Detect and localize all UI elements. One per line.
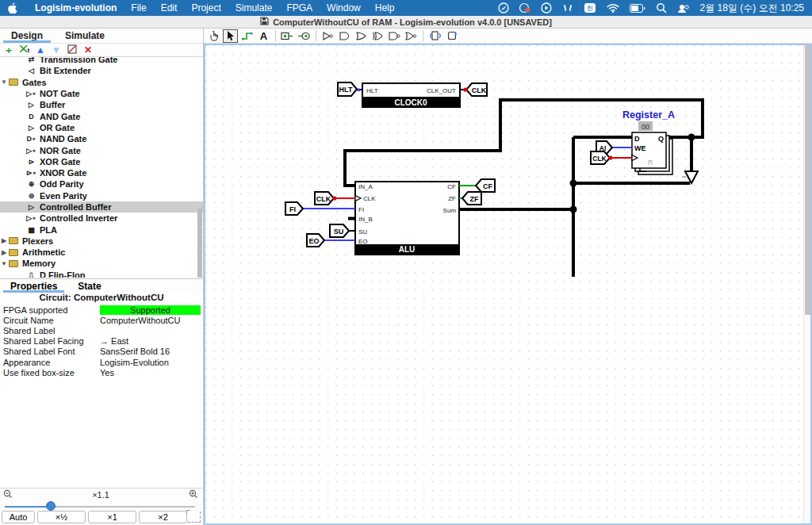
edit-select-tool-icon[interactable] [223, 29, 238, 43]
tree-item-bit-extender[interactable]: ◁Bit Extender [0, 65, 203, 76]
zoom-in-icon[interactable] [189, 488, 198, 502]
add-circuit-icon[interactable]: ＋ [3, 44, 14, 56]
edit-appearance-icon[interactable] [444, 29, 459, 43]
property-value[interactable]: → East [100, 336, 201, 346]
pin-cf[interactable]: CF [476, 179, 495, 192]
poke-tool-icon[interactable] [206, 29, 221, 43]
zoom-preset-x2[interactable]: ×2 [139, 511, 187, 523]
wiring-tool-icon[interactable] [239, 29, 255, 43]
property-row[interactable]: Shared Label Facing→ East [0, 336, 203, 347]
zoom-preset-Auto[interactable]: Auto [2, 511, 35, 523]
tree-item-plexers[interactable]: ▶Plexers [0, 236, 203, 247]
airpods-icon[interactable] [562, 2, 573, 13]
tree-item-transmission-gate[interactable]: ⇄Transmission Gate [0, 56, 203, 65]
move-up-icon[interactable]: ▲ [35, 44, 46, 56]
menu-fpga[interactable]: FPGA [279, 2, 320, 13]
property-value[interactable]: Yes [100, 368, 201, 377]
property-value[interactable]: ComputerWithoutCU [100, 316, 201, 325]
korean-input-icon[interactable]: 한 [584, 2, 596, 13]
property-value[interactable]: SansSerif Bold 16 [100, 347, 201, 356]
zoom-preset-x½[interactable]: ×½ [37, 511, 86, 523]
property-row[interactable]: AppearanceLogisim-Evolution [0, 357, 203, 367]
panel-resize-handle[interactable] [188, 512, 201, 523]
zoom-slider[interactable] [5, 505, 195, 508]
tree-item-and-gate[interactable]: DAND Gate [0, 110, 203, 121]
tree-expander-icon[interactable]: ▼ [0, 79, 8, 86]
tree-item-xnor-gate[interactable]: ⊳∘XNOR Gate [0, 167, 203, 178]
menu-project[interactable]: Project [184, 2, 228, 13]
window-title-bar[interactable]: ComputerWithoutCU of RAM - Logisim-evolu… [0, 16, 812, 29]
property-row[interactable]: Shared Label FontSansSerif Bold 16 [0, 347, 203, 357]
add-vhdl-icon[interactable]: ⨉t [19, 44, 30, 56]
property-value[interactable]: Logisim-Evolution [100, 358, 201, 367]
tab-simulate[interactable]: Simulate [54, 29, 116, 43]
menu-simulate[interactable]: Simulate [228, 2, 280, 13]
tree-item-memory[interactable]: ▼Memory [0, 258, 203, 269]
menu-bar-clock[interactable]: 2월 18일 (수) 오전 10:25 [700, 2, 804, 15]
delete-icon[interactable]: ✕ [82, 44, 94, 56]
rename-icon[interactable] [67, 44, 78, 56]
menu-window[interactable]: Window [320, 2, 368, 13]
tree-item-pla[interactable]: ▦PLA [0, 224, 203, 235]
battery-icon[interactable] [630, 4, 645, 13]
text-tool-icon[interactable]: A [256, 29, 271, 43]
register-label[interactable]: Register_A [622, 109, 675, 121]
edit-layout-icon[interactable] [427, 29, 442, 43]
property-row[interactable]: Use fixed box-sizeYes [0, 367, 203, 377]
tree-item-nor-gate[interactable]: ▷∘NOR Gate [0, 144, 203, 155]
canvas-scrollbar-thumb[interactable] [805, 45, 810, 315]
property-value[interactable]: Supported [100, 305, 201, 315]
tree-item-odd-parity[interactable]: ⊕Odd Parity [0, 178, 203, 190]
pin-output-tool-icon[interactable] [297, 29, 312, 43]
tree-item-even-parity[interactable]: ⊜Even Parity [0, 190, 203, 201]
pin-zf[interactable]: ZF [462, 192, 481, 205]
pin-input-tool-icon[interactable] [280, 29, 295, 43]
search-icon[interactable] [656, 2, 667, 13]
canvas-vertical-scrollbar[interactable] [803, 45, 810, 523]
circuit-canvas[interactable]: HLT CLK_OUT CLOCK0 HLT CLK ALU IN_A CLK … [204, 44, 812, 525]
tree-expander-icon[interactable]: ▶ [0, 249, 8, 256]
nor-gate-tool-icon[interactable] [404, 29, 419, 43]
menu-help[interactable]: Help [368, 2, 402, 13]
tab-properties[interactable]: Properties [0, 279, 67, 293]
recorder-badge-icon[interactable] [519, 2, 530, 13]
tree-item-not-gate[interactable]: ▷∘NOT Gate [0, 88, 203, 99]
tree-item-controlled-buffer[interactable]: ▷Controlled Buffer [0, 201, 203, 213]
tree-scrollbar[interactable] [197, 208, 202, 278]
zoom-preset-x1[interactable]: ×1 [88, 511, 136, 523]
wifi-icon[interactable] [607, 3, 619, 13]
nand-gate-tool-icon[interactable] [387, 29, 402, 43]
register-component[interactable]: D Q WE R [632, 132, 672, 174]
property-row[interactable]: Circuit NameComputerWithoutCU [0, 315, 203, 325]
or-gate-tool-icon[interactable] [354, 29, 369, 43]
not-gate-tool-icon[interactable] [320, 29, 335, 43]
play-circle-icon[interactable] [541, 2, 552, 13]
alu-component[interactable]: ALU IN_A CLK FI IN_B SU EO CF ZF Sum [355, 182, 459, 255]
tree-item-gates[interactable]: ▼Gates [0, 77, 203, 88]
tree-item-arithmetic[interactable]: ▶Arithmetic [0, 247, 203, 258]
tree-item-controlled-inverter[interactable]: ▷∘Controlled Inverter [0, 213, 203, 224]
move-down-icon[interactable]: ▼ [51, 44, 62, 56]
and-gate-tool-icon[interactable] [337, 29, 352, 43]
tree-expander-icon[interactable]: ▶ [0, 237, 8, 244]
apple-logo-icon[interactable] [8, 2, 18, 14]
clock0-component[interactable]: HLT CLK_OUT CLOCK0 [357, 83, 460, 107]
tree-expander-icon[interactable]: ▼ [0, 260, 8, 267]
zoom-slider-thumb[interactable] [46, 501, 56, 511]
tree-item-nand-gate[interactable]: D∘NAND Gate [0, 133, 203, 144]
tree-item-d-flip-flop[interactable]: ⎍D Flip-Flop [0, 270, 203, 278]
property-row[interactable]: FPGA supportedSupported [0, 305, 203, 315]
tree-item-buffer[interactable]: ▷Buffer [0, 99, 203, 110]
property-row[interactable]: Shared Label [0, 325, 203, 335]
tree-item-xor-gate[interactable]: ⊳XOR Gate [0, 156, 203, 167]
menu-file[interactable]: File [124, 2, 153, 13]
tree-item-or-gate[interactable]: ▷OR Gate [0, 122, 203, 133]
tab-state[interactable]: State [67, 279, 111, 293]
user-switch-icon[interactable] [677, 3, 690, 13]
menu-app[interactable]: Logisim-evolution [28, 2, 124, 13]
xor-gate-tool-icon[interactable] [370, 29, 385, 43]
zoom-out-icon[interactable] [3, 488, 13, 502]
tab-design[interactable]: Design [0, 29, 54, 43]
menu-edit[interactable]: Edit [154, 2, 185, 13]
pin-su[interactable]: SU [330, 224, 349, 237]
